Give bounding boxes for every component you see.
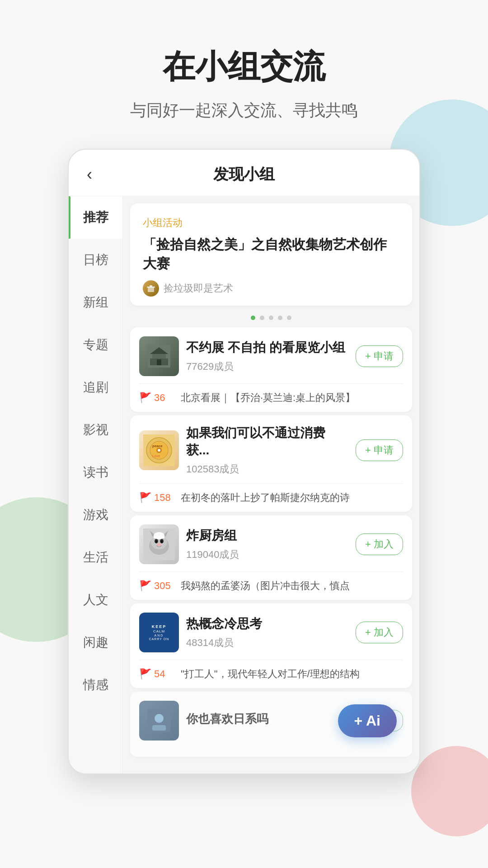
group-image-2: peace Love [139,430,179,470]
svg-point-22 [155,540,157,543]
sidebar-item-life[interactable]: 生活 [69,536,122,579]
svg-rect-7 [157,359,161,365]
svg-text:Love: Love [152,454,160,458]
sidebar-item-culture[interactable]: 人文 [69,579,122,621]
svg-rect-1 [150,285,152,287]
banner-card[interactable]: 小组活动 「捡拾自然之美」之自然收集物艺术创作大赛 捡垃圾即是艺术 [130,203,412,306]
svg-point-23 [161,540,163,543]
back-button[interactable]: ‹ [87,165,92,184]
group-main-1: 不约展 不自拍 的看展览小组 77629成员 + 申请 [139,336,403,376]
join-button-4[interactable]: + 加入 [356,622,403,643]
group-info-4: 热概念冷思考 48314成员 [186,615,348,650]
post-preview-4: 🚩 54 "打工人"，现代年轻人对工作/理想的结构 [139,660,403,688]
flag-count-3: 305 [154,580,171,592]
sidebar-item-emotion[interactable]: 情感 [69,664,122,706]
group-name-2: 如果我们可以不通过消费获... [186,425,348,459]
post-flag-1: 🚩 36 [139,392,175,404]
svg-rect-29 [152,725,166,731]
apply-button-1[interactable]: + 申请 [356,345,403,367]
group-item-3[interactable]: 炸厨房组 119040成员 + 加入 🚩 305 我妈熬的孟婆汤（图片冲击很大，… [130,515,412,600]
sidebar-item-new[interactable]: 新组 [69,281,122,324]
sidebar-item-daily[interactable]: 日榜 [69,239,122,281]
group-item-1[interactable]: 不约展 不自拍 的看展览小组 77629成员 + 申请 🚩 36 北京看展｜【乔… [130,327,412,412]
post-preview-2: 🚩 158 在初冬的落叶上抄了帕斯捷尔纳克的诗 [139,483,403,512]
page-subtitle: 与同好一起深入交流、寻找共鸣 [27,99,461,122]
group-members-4: 48314成员 [186,636,348,650]
group-item-2[interactable]: peace Love 如果我们可以不通过消费获... 102583成员 + 申请 [130,415,412,512]
flag-count-1: 36 [154,392,165,404]
app-content: ‹ 发现小组 推荐 日榜 新组 专题 追剧 影视 读书 游戏 生活 人文 闲趣 … [69,150,419,774]
page-header: 在小组交流 与同好一起深入交流、寻找共鸣 [0,0,488,149]
group-main-3: 炸厨房组 119040成员 + 加入 [139,524,403,564]
flag-icon-1: 🚩 [139,392,151,404]
apply-button-2[interactable]: + 申请 [356,439,403,461]
flag-count-2: 158 [154,492,171,504]
svg-point-24 [157,543,161,547]
sidebar-item-game[interactable]: 游戏 [69,494,122,536]
phone-mockup: ‹ 发现小组 推荐 日榜 新组 专题 追剧 影视 读书 游戏 生活 人文 闲趣 … [68,149,420,774]
sidebar-item-recommend[interactable]: 推荐 [69,196,122,239]
post-flag-2: 🚩 158 [139,492,175,504]
dot-3 [269,316,273,320]
group-info-3: 炸厨房组 119040成员 [186,527,348,561]
group-main-2: peace Love 如果我们可以不通过消费获... 102583成员 + 申请 [139,425,403,476]
group-name-4: 热概念冷思考 [186,615,348,632]
group-members-3: 119040成员 [186,548,348,561]
flag-count-4: 54 [154,668,165,680]
svg-rect-26 [154,536,164,538]
post-text-3: 我妈熬的孟婆汤（图片冲击很大，慎点 [181,579,403,593]
author-name: 捡垃圾即是艺术 [164,282,233,295]
page-title: 在小组交流 [27,45,461,89]
group-name-3: 炸厨房组 [186,527,348,544]
banner-title: 「捡拾自然之美」之自然收集物艺术创作大赛 [143,235,399,273]
app-screen-title: 发现小组 [213,164,275,185]
group-members-1: 77629成员 [186,360,348,373]
sidebar-item-drama[interactable]: 追剧 [69,366,122,409]
join-button-3[interactable]: + 加入 [356,533,403,555]
author-avatar [143,280,159,297]
dot-4 [278,316,282,320]
post-text-4: "打工人"，现代年轻人对工作/理想的结构 [181,667,403,681]
museum-img [139,336,179,376]
cd-img: peace Love [139,430,179,470]
dot-1 [251,316,255,320]
post-text-1: 北京看展｜【乔治·莫兰迪:桌上的风景】 [181,391,403,405]
dots-indicator [123,309,419,324]
banner-tag: 小组活动 [143,216,399,230]
post-text-2: 在初冬的落叶上抄了帕斯捷尔纳克的诗 [181,491,403,505]
dot-2 [260,316,264,320]
post-preview-3: 🚩 305 我妈熬的孟婆汤（图片冲击很大，慎点 [139,571,403,600]
app-header: ‹ 发现小组 [69,150,419,196]
group-info-1: 不约展 不自拍 的看展览小组 77629成员 [186,339,348,373]
flag-icon-4: 🚩 [139,668,151,680]
post-flag-4: 🚩 54 [139,668,175,680]
group-name-5: 你也喜欢日系吗 [186,711,348,727]
group-main-4: KEEP CALM AND CARRY ON 热概念冷思考 48314成员 [139,613,403,652]
svg-point-12 [158,449,160,452]
sidebar-item-hobby[interactable]: 闲趣 [69,621,122,664]
post-preview-1: 🚩 36 北京看展｜【乔治·莫兰迪:桌上的风景】 [139,383,403,412]
bg-decoration-pink [411,746,488,836]
svg-text:peace: peace [152,444,163,448]
main-layout: 推荐 日榜 新组 专题 追剧 影视 读书 游戏 生活 人文 闲趣 情感 小组活动… [69,196,419,774]
group-name-1: 不约展 不自拍 的看展览小组 [186,339,348,356]
cat-img [139,524,179,564]
svg-point-28 [155,714,164,723]
sidebar-item-film[interactable]: 影视 [69,409,122,451]
sidebar-item-reading[interactable]: 读书 [69,451,122,494]
group-image-4: KEEP CALM AND CARRY ON [139,613,179,652]
flag-icon-3: 🚩 [139,580,151,592]
banner-author: 捡垃圾即是艺术 [143,280,399,297]
flag-icon-2: 🚩 [139,492,151,504]
ai-button-label: + Ai [354,712,380,729]
sidebar-item-topic[interactable]: 专题 [69,324,122,366]
group-item-4[interactable]: KEEP CALM AND CARRY ON 热概念冷思考 48314成员 [130,604,412,688]
dot-5 [287,316,291,320]
group-image-3 [139,524,179,564]
sidebar: 推荐 日榜 新组 专题 追剧 影视 读书 游戏 生活 人文 闲趣 情感 [69,196,123,774]
ai-button[interactable]: + Ai [338,704,397,737]
group-info-2: 如果我们可以不通过消费获... 102583成员 [186,425,348,476]
content-area: 小组活动 「捡拾自然之美」之自然收集物艺术创作大赛 捡垃圾即是艺术 [123,196,419,774]
keep-calm-img: KEEP CALM AND CARRY ON [139,613,179,652]
post-flag-3: 🚩 305 [139,580,175,592]
